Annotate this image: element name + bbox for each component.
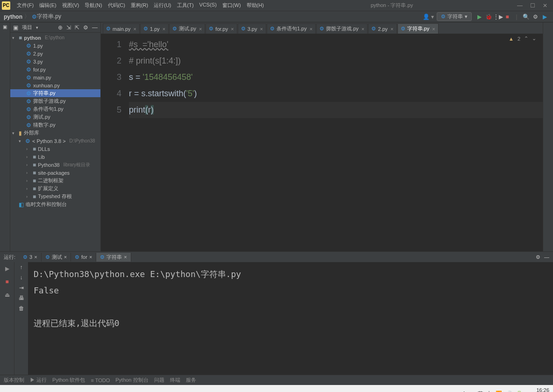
search-icon[interactable]: 🔍 [521,12,531,21]
maximize-icon[interactable]: ☐ [530,2,535,9]
tree-file[interactable]: ⚙测试.py [10,113,100,121]
user-icon[interactable]: 👤 ▾ [423,14,434,20]
close-tab-icon[interactable]: × [231,26,234,32]
settings-icon[interactable]: ⚙ [83,24,88,31]
stop-button[interactable]: ■ [2,277,12,286]
menu-item[interactable]: 编辑(E) [36,2,59,9]
tree-file[interactable]: ⚙for.py [10,65,100,73]
tray-time[interactable]: 16:26 [526,387,549,392]
hide-icon[interactable]: — [544,254,549,260]
run-tab[interactable]: ⚙3× [19,253,42,262]
editor-tab[interactable]: ⚙main.py× [103,23,140,34]
menu-item[interactable]: 运行(U) [151,2,174,9]
tree-file[interactable]: ⚙2.py [10,50,100,57]
tree-file[interactable]: ⚙1.py [10,42,100,50]
settings-icon[interactable]: ⚙ [531,12,540,21]
run-tab[interactable]: ⚙字符串× [96,253,131,262]
close-tab-icon[interactable]: × [362,26,364,32]
close-icon[interactable]: ✕ [543,2,547,9]
rerun-button[interactable]: ▶ [2,264,12,273]
editor-tab[interactable]: ⚙3.py× [238,23,266,34]
learn-icon[interactable]: ▶ [540,12,549,21]
tree-lib[interactable]: ›■扩展定义 [10,185,100,192]
tray-lang[interactable]: 英 [478,390,483,392]
tree-file[interactable]: ⚙字符串.py [10,89,100,97]
tree-external-libs[interactable]: ▾ ▮ 外部库 [10,129,100,137]
up-button[interactable]: ↑ [20,264,23,271]
close-tab-icon[interactable]: × [310,26,312,32]
minimize-icon[interactable]: — [517,2,523,9]
menu-item[interactable]: 代码(C) [105,2,128,9]
more-run-button[interactable]: ⋮▶ [493,12,503,21]
menu-item[interactable]: 重构(R) [128,2,151,9]
bottom-tool-item[interactable]: Python 控制台 [115,377,148,384]
tree-file[interactable]: ⚙条件语句1.py [10,105,100,113]
editor-tab[interactable]: ⚙测试.py× [169,23,205,34]
bottom-tool-item[interactable]: 服务 [186,377,196,384]
close-tab-icon[interactable]: × [390,26,393,32]
close-tab-icon[interactable]: × [260,26,262,32]
menu-item[interactable]: 视图(V) [59,2,82,9]
breadcrumb-project[interactable]: python [4,14,22,20]
tray-wifi-icon[interactable]: 📶 [496,391,502,392]
run-tab[interactable]: ⚙测试× [42,253,71,262]
editor-tab[interactable]: ⚙1.py× [140,23,169,34]
tree-lib[interactable]: ›■DLLs [10,145,100,153]
close-tab-icon[interactable]: × [134,26,136,32]
inspection-widget[interactable]: ▲ 2 ⌃ ⌄ [509,36,536,42]
run-config-selector[interactable]: ⚙ 字符串 ▾ [437,12,472,21]
project-tool-icon[interactable]: ▣ [3,24,7,29]
chevron-up-icon[interactable]: ⌃ [524,36,528,42]
editor-tab[interactable]: ⚙2.py× [368,23,397,34]
stop-button[interactable]: ■ [503,12,512,21]
select-opened-icon[interactable]: ⊕ [58,24,63,31]
print-button[interactable]: 🖶 [19,295,24,301]
editor-tab[interactable]: ⚙掷骰子游戏.py× [316,23,368,34]
bottom-tool-item[interactable]: 问题 [154,377,164,384]
breadcrumb-file[interactable]: 字符串.py [37,13,61,21]
menu-item[interactable]: 工具(T) [174,2,197,9]
tree-file[interactable]: ⚙xunhuan.py [10,81,100,89]
tree-root[interactable]: ▾ ■ python E:\python [10,34,100,42]
settings-icon[interactable]: ⚙ [536,254,540,260]
tree-file[interactable]: ⚙掷骰子游戏.py [10,97,100,105]
chevron-down-icon[interactable]: ⌄ [532,36,536,42]
bottom-tool-item[interactable]: Python 软件包 [52,377,85,384]
close-tab-icon[interactable]: × [163,26,165,32]
editor-tab[interactable]: ⚙for.py× [206,23,237,34]
tree-lib[interactable]: ›■Typeshed 存根 [10,192,100,200]
code-content[interactable]: #s ='hello'# print(s[1:4:])s = '15484564… [129,34,543,251]
tree-scratch[interactable]: ◧ 临时文件和控制台 [10,200,100,208]
tree-lib[interactable]: ›■二进制框架 [10,177,100,185]
menu-item[interactable]: 窗口(W) [220,2,244,9]
sidebar-title[interactable]: 项目 [22,24,32,31]
hide-icon[interactable]: — [92,24,98,31]
close-tab-icon[interactable]: × [34,254,37,260]
tree-lib[interactable]: ›■Python38library根目录 [10,161,100,169]
tree-lib[interactable]: ›■Lib [10,153,100,161]
tray-volume-icon[interactable]: 🔊 [506,391,512,392]
console-output[interactable]: D:\Python38\python.exe E:\python\字符串.py … [28,262,553,375]
tray-onedrive-icon[interactable]: ☁ [469,391,474,392]
debug-button[interactable]: 🐞 [484,12,493,21]
tree-file[interactable]: ⚙猜数字.py [10,121,100,129]
tray-battery-icon[interactable]: 🔋 [516,391,523,392]
bottom-tool-item[interactable]: ≡ TODO [91,378,110,383]
editor-tab[interactable]: ⚙字符串.py× [397,23,439,34]
tree-file[interactable]: ⚙main.py [10,73,100,81]
run-button[interactable]: ▶ [475,12,484,21]
close-tab-icon[interactable]: × [199,26,202,32]
menu-item[interactable]: VCS(S) [197,2,220,9]
run-tab[interactable]: ⚙for× [71,253,96,262]
clear-button[interactable]: 🗑 [19,305,24,312]
close-tab-icon[interactable]: × [64,254,67,260]
menu-item[interactable]: 文件(F) [14,2,36,9]
code-editor[interactable]: 12345 #s ='hello'# print(s[1:4:])s = '15… [101,34,543,251]
menu-item[interactable]: 导航(N) [82,2,105,9]
exit-button[interactable]: ⏏ [2,290,12,299]
tray-ime[interactable]: 中 [487,390,492,392]
bottom-tool-item[interactable]: 版本控制 [4,377,24,384]
down-button[interactable]: ↓ [20,274,23,281]
collapse-icon[interactable]: ⇱ [75,24,79,31]
bottom-tool-item[interactable]: 终端 [170,377,180,384]
